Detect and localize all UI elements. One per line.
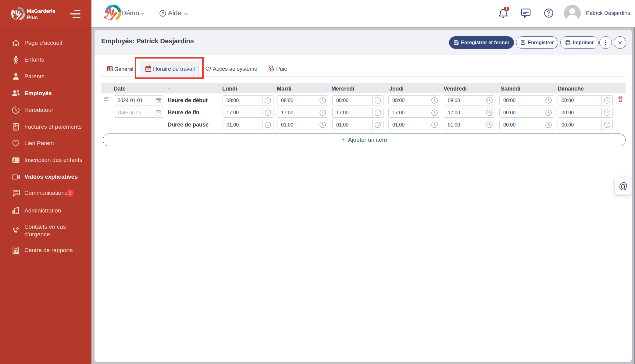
svg-text:$: $ xyxy=(271,68,273,71)
svg-text:1: 1 xyxy=(505,7,508,11)
svg-text:?: ? xyxy=(162,11,164,16)
